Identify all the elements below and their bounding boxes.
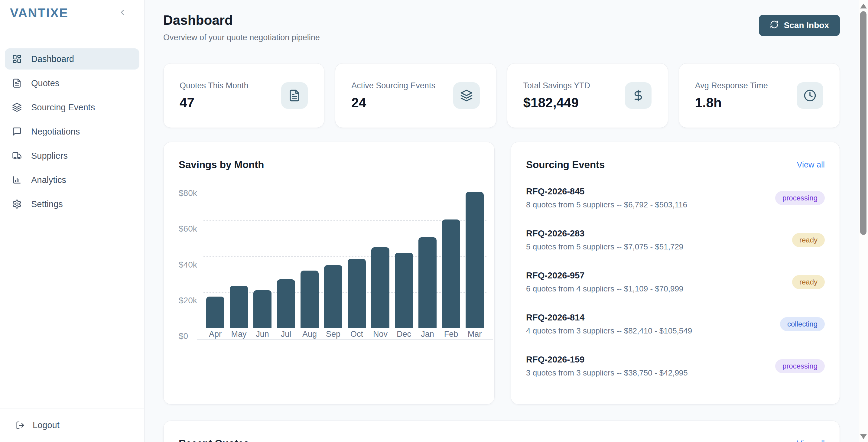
sourcing-events-list: RFQ-2026-845 8 quotes from 5 suppliers -… [526, 177, 825, 387]
y-axis-tick: $40k [179, 260, 197, 270]
sourcing-event-row-rfq-2026-283[interactable]: RFQ-2026-283 5 quotes from 5 suppliers -… [526, 219, 825, 261]
bar-chart-icon [12, 175, 22, 185]
recent-quotes-card: Recent Quotes View all [163, 420, 840, 442]
event-detail: 3 quotes from 3 suppliers -- $38,750 - $… [526, 368, 688, 378]
x-tick-mar: Mar [463, 329, 487, 339]
stat-value: $182,449 [523, 95, 590, 110]
y-axis-tick: $60k [179, 224, 197, 234]
page-subtitle: Overview of your quote negotiation pipel… [163, 33, 320, 42]
status-badge: ready [792, 233, 825, 247]
sidebar-item-suppliers[interactable]: Suppliers [5, 145, 140, 166]
page-scrollbar [859, 0, 868, 442]
bar-jun [253, 290, 272, 328]
scrollbar-down-arrow[interactable] [860, 434, 867, 439]
gear-icon [12, 199, 22, 209]
page-header: Dashboard Overview of your quote negotia… [163, 13, 320, 42]
stat-value: 1.8h [695, 95, 768, 110]
stat-label: Quotes This Month [180, 81, 249, 90]
x-tick-aug: Aug [298, 329, 321, 339]
chart-title: Savings by Month [179, 159, 264, 170]
stat-card-active-sourcing-events: Active Sourcing Events 24 [335, 63, 496, 128]
scan-inbox-button[interactable]: Scan Inbox [759, 15, 840, 36]
sidebar-item-analytics[interactable]: Analytics [5, 169, 140, 190]
event-id: RFQ-2026-845 [526, 187, 687, 196]
stat-value: 47 [180, 95, 249, 110]
x-tick-jan: Jan [416, 329, 439, 339]
status-badge: processing [775, 191, 825, 205]
logout-button[interactable]: Logout [0, 420, 60, 430]
app-logo: VANTIXE [10, 6, 68, 20]
bar-jan [418, 237, 437, 328]
bar-may [230, 286, 248, 328]
sidebar-item-sourcing-events[interactable]: Sourcing Events [5, 97, 140, 118]
x-tick-jul: Jul [274, 329, 298, 339]
scan-inbox-label: Scan Inbox [784, 21, 829, 30]
bar-dec [395, 253, 413, 328]
sourcing-event-row-rfq-2026-957[interactable]: RFQ-2026-957 6 quotes from 4 suppliers -… [526, 261, 825, 303]
y-axis-tick: $80k [179, 188, 197, 198]
x-tick-sep: Sep [321, 329, 345, 339]
x-axis-line [197, 339, 493, 340]
page-title: Dashboard [163, 13, 320, 28]
x-tick-nov: Nov [369, 329, 392, 339]
file-text-icon [281, 82, 308, 109]
stat-card-avg-response-time: Avg Response Time 1.8h [679, 63, 840, 128]
logout-icon [16, 421, 25, 430]
sourcing-event-row-rfq-2026-814[interactable]: RFQ-2026-814 4 quotes from 3 suppliers -… [526, 303, 825, 345]
scrollbar-up-arrow[interactable] [860, 4, 867, 8]
status-badge: collecting [780, 317, 825, 331]
recent-quotes-title: Recent Quotes [179, 438, 249, 442]
status-badge: ready [792, 275, 825, 289]
logout-label: Logout [33, 420, 60, 430]
sourcing-event-row-rfq-2026-159[interactable]: RFQ-2026-159 3 quotes from 3 suppliers -… [526, 345, 825, 387]
x-tick-oct: Oct [345, 329, 369, 339]
sidebar-item-negotiations[interactable]: Negotiations [5, 121, 140, 142]
layout-dashboard-icon [12, 54, 22, 64]
bar-jul [277, 279, 295, 328]
event-id: RFQ-2026-159 [526, 355, 688, 365]
event-detail: 6 quotes from 4 suppliers -- $1,109 - $7… [526, 284, 683, 293]
clock-icon [797, 82, 823, 109]
stat-label: Total Savings YTD [523, 81, 590, 90]
sidebar-item-settings[interactable]: Settings [5, 193, 140, 215]
dollar-icon [625, 82, 652, 109]
stat-value: 24 [351, 95, 435, 110]
event-id: RFQ-2026-814 [526, 313, 692, 323]
bar-mar [466, 192, 484, 328]
bar-feb [442, 220, 460, 328]
x-tick-dec: Dec [392, 329, 416, 339]
x-tick-may: May [227, 329, 251, 339]
savings-chart-card: Savings by Month AprMayJunJulAugSepOctNo… [163, 142, 495, 405]
sourcing-events-view-all-link[interactable]: View all [797, 160, 825, 169]
chart-header: Savings by Month [163, 142, 494, 170]
sidebar-item-quotes[interactable]: Quotes [5, 72, 140, 94]
event-detail: 5 quotes from 5 suppliers -- $7,075 - $5… [526, 242, 683, 252]
sidebar-nav: Dashboard Quotes Sourcing Events Negotia… [0, 26, 144, 215]
sourcing-event-row-rfq-2026-845[interactable]: RFQ-2026-845 8 quotes from 5 suppliers -… [526, 177, 825, 219]
bars [204, 185, 487, 328]
sidebar-collapse-button[interactable] [116, 7, 128, 19]
stat-card-quotes-this-month: Quotes This Month 47 [163, 63, 324, 128]
event-detail: 8 quotes from 5 suppliers -- $6,792 - $5… [526, 200, 687, 210]
x-tick-apr: Apr [204, 329, 227, 339]
y-axis-tick: $20k [179, 296, 197, 305]
event-id: RFQ-2026-283 [526, 228, 683, 239]
sourcing-events-card: Sourcing Events View all RFQ-2026-845 8 … [510, 142, 840, 405]
bar-aug [301, 271, 319, 328]
event-id: RFQ-2026-957 [526, 271, 683, 281]
scrollbar-thumb[interactable] [860, 11, 867, 235]
status-badge: processing [775, 359, 825, 373]
recent-quotes-view-all-link[interactable]: View all [797, 439, 825, 442]
y-axis-tick: $0 [179, 332, 188, 341]
layers-icon [453, 82, 480, 109]
stat-card-total-savings-ytd: Total Savings YTD $182,449 [507, 63, 668, 128]
x-tick-jun: Jun [251, 329, 274, 339]
sourcing-events-header: Sourcing Events View all [511, 142, 840, 170]
sidebar-item-dashboard[interactable]: Dashboard [5, 49, 140, 69]
x-axis-labels: AprMayJunJulAugSepOctNovDecJanFebMar [204, 329, 487, 339]
file-text-icon [12, 78, 22, 88]
stat-label: Avg Response Time [695, 81, 768, 90]
chevron-left-icon [118, 8, 127, 18]
refresh-icon [770, 20, 779, 31]
main-content: Dashboard Overview of your quote negotia… [145, 0, 859, 442]
